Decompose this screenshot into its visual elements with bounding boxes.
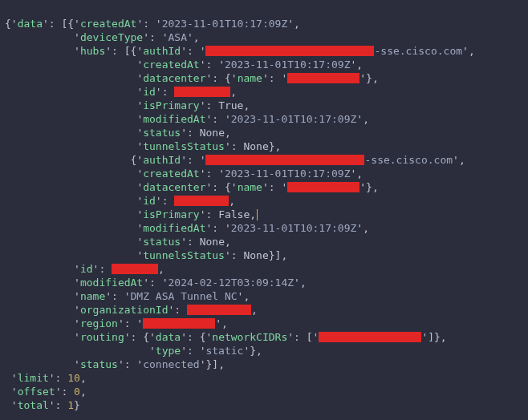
key-networkCIDRs: networkCIDRs [212,331,287,343]
key-hubs: hubs [80,45,105,57]
val-name: DMZ ASA Tunnel NC [131,290,238,302]
key-name: name [80,290,105,302]
val-status-h1: None [200,127,225,139]
key-authId: authId [143,45,181,57]
redacted-id-h2 [174,196,229,206]
val-createdAt-h1: 2023-11-01T10:17:09Z [225,59,351,71]
key-createdAt-h2: createdAt [143,168,199,180]
key-total: total [18,399,49,411]
key-datacenter-h1: datacenter [143,72,205,84]
key-dcname-h2: name [238,181,262,193]
val-total: 1 [67,399,74,411]
key-limit: limit [18,372,49,384]
redacted-organizationId [187,305,251,315]
val-isPrimary-h1: True [218,99,243,111]
key-isPrimary-h2: isPrimary [143,208,199,220]
key-routing-data: data [156,331,181,343]
key-status-h1: status [143,127,181,139]
val-modifiedAt-h1: 2023-11-01T10:17:09Z [231,113,357,125]
val-modifiedAt-h2: 2023-11-01T10:17:09Z [231,222,357,234]
redacted-id [112,264,158,274]
key-offset: offset [18,386,55,398]
val-type: static [205,345,243,357]
key-data: data [18,18,43,30]
val-limit: 10 [67,372,80,384]
key-datacenter-h2: datacenter [143,181,205,193]
val-tunnelsStatus-h2: None [243,249,268,261]
key-region: region [80,317,118,329]
key-createdAt: createdAt [80,18,136,30]
key-routing: routing [80,331,124,343]
val-modifiedAt: 2024-02-12T03:09:14Z [169,277,294,289]
key-organizationId: organizationId [80,304,169,316]
key-tunnelsStatus-h2: tunnelsStatus [143,249,225,261]
val-status: connected [143,358,199,370]
redacted-dcname-2 [287,182,359,192]
key-authId-2: authId [143,154,181,166]
redacted-networkCIDRs [319,332,421,342]
key-id: id [80,263,93,275]
redacted-authId-2 [205,155,364,165]
text-cursor [257,209,258,220]
val-authId-suffix-1: -sse.cisco.com [374,45,462,57]
redacted-dcname-1 [287,73,359,83]
code-output: {'data': [{'createdAt': '2023-11-01T10:1… [0,0,528,415]
key-modifiedAt: modifiedAt [80,277,143,289]
val-createdAt-h2: 2023-11-01T10:17:09Z [225,168,351,180]
val-createdAt: 2023-11-01T10:17:09Z [162,18,288,30]
key-status-h2: status [143,236,181,248]
val-tunnelsStatus-h1: None [243,140,268,152]
key-createdAt-h1: createdAt [143,59,199,71]
key-type: type [156,345,181,357]
val-offset: 0 [74,386,80,398]
key-id-h1: id [143,86,156,98]
redacted-authId-1 [205,46,374,56]
val-isPrimary-h2: False [218,208,250,220]
key-modifiedAt-h2: modifiedAt [143,222,205,234]
key-deviceType: deviceType [80,31,143,43]
key-tunnelsStatus-h1: tunnelsStatus [143,140,225,152]
val-deviceType: ASA [169,31,187,43]
redacted-id-h1 [174,87,230,97]
val-status-h2: None [200,236,225,248]
key-modifiedAt-h1: modifiedAt [143,113,205,125]
key-status: status [80,358,118,370]
key-dcname-h1: name [238,72,262,84]
key-id-h2: id [143,195,156,207]
redacted-region [143,318,215,329]
val-authId-suffix-2: -sse.cisco.com [364,154,453,166]
key-isPrimary-h1: isPrimary [143,99,199,111]
